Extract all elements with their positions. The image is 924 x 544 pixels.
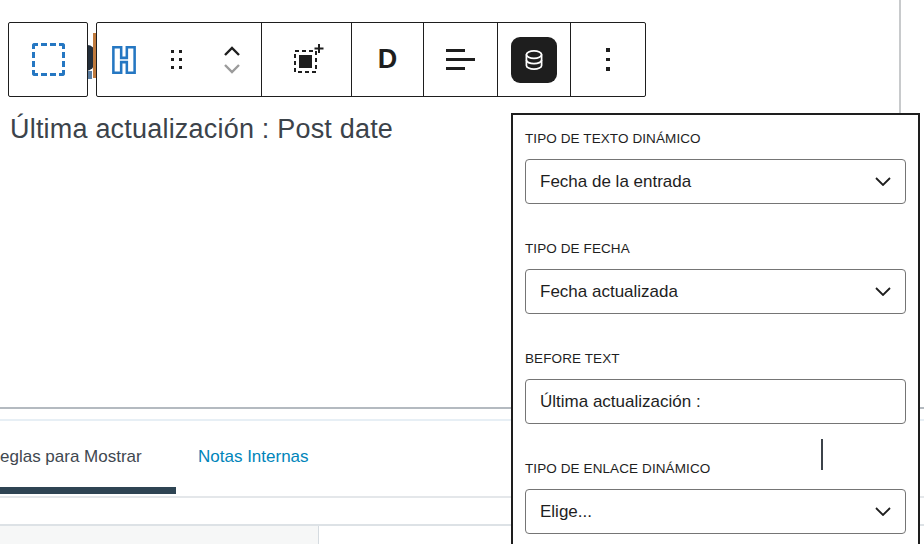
kebab-menu-icon bbox=[606, 48, 610, 71]
field-label: TIPO DE TEXTO DINÁMICO bbox=[525, 131, 906, 147]
database-icon bbox=[511, 37, 557, 83]
chevron-down-icon bbox=[875, 507, 891, 516]
dynamic-link-type-select[interactable]: Elige... bbox=[525, 489, 906, 534]
tab-reglas-para-mostrar[interactable]: eglas para Mostrar bbox=[0, 447, 142, 467]
editor-canvas-edge bbox=[899, 0, 901, 113]
alignment-button[interactable] bbox=[424, 23, 497, 96]
dynamic-data-button[interactable] bbox=[498, 23, 571, 96]
dynamic-text-settings-popover: TIPO DE TEXTO DINÁMICO Fecha de la entra… bbox=[511, 113, 920, 544]
headline-h-icon bbox=[107, 43, 141, 77]
field-dynamic-text-type: TIPO DE TEXTO DINÁMICO Fecha de la entra… bbox=[525, 131, 906, 204]
block-mover[interactable] bbox=[202, 23, 262, 96]
dynamic-text-type-select[interactable]: Fecha de la entrada bbox=[525, 159, 906, 204]
block-toolbar: D bbox=[96, 22, 646, 97]
chevron-down-icon bbox=[875, 287, 891, 296]
tab-notas-internas[interactable]: Notas Internas bbox=[198, 447, 309, 467]
dashed-square-icon bbox=[32, 43, 65, 76]
dynamic-d-button[interactable]: D bbox=[352, 23, 423, 96]
field-label: TIPO DE ENLACE DINÁMICO bbox=[525, 461, 906, 477]
field-dynamic-link-type: TIPO DE ENLACE DINÁMICO Elige... bbox=[525, 461, 906, 534]
chevron-down-icon bbox=[222, 63, 242, 75]
options-menu-button[interactable] bbox=[571, 23, 645, 96]
active-tab-underline bbox=[0, 487, 176, 494]
drag-dots-icon bbox=[171, 50, 182, 69]
chevron-up-icon[interactable] bbox=[222, 45, 242, 57]
align-left-icon bbox=[446, 49, 475, 70]
field-before-text: BEFORE TEXT bbox=[525, 351, 906, 424]
drag-handle[interactable] bbox=[152, 23, 202, 96]
headline-block-button[interactable] bbox=[97, 23, 152, 96]
field-date-type: TIPO DE FECHA Fecha actualizada bbox=[525, 241, 906, 314]
date-type-select[interactable]: Fecha actualizada bbox=[525, 269, 906, 314]
select-value: Fecha de la entrada bbox=[540, 172, 691, 192]
field-label: BEFORE TEXT bbox=[525, 351, 906, 367]
stray-vertical-line bbox=[821, 439, 823, 470]
select-value: Fecha actualizada bbox=[540, 282, 678, 302]
table-header-cell bbox=[0, 526, 319, 544]
block-heading-text[interactable]: Última actualización : Post date bbox=[10, 114, 393, 145]
d-letter-icon: D bbox=[378, 44, 398, 75]
parent-block-plus-icon bbox=[289, 42, 325, 78]
block-selector-button[interactable] bbox=[8, 22, 88, 97]
before-text-input[interactable] bbox=[525, 379, 906, 424]
select-value: Elige... bbox=[540, 502, 592, 522]
select-parent-block-button[interactable] bbox=[262, 23, 351, 96]
field-label: TIPO DE FECHA bbox=[525, 241, 906, 257]
chevron-down-icon bbox=[875, 177, 891, 186]
